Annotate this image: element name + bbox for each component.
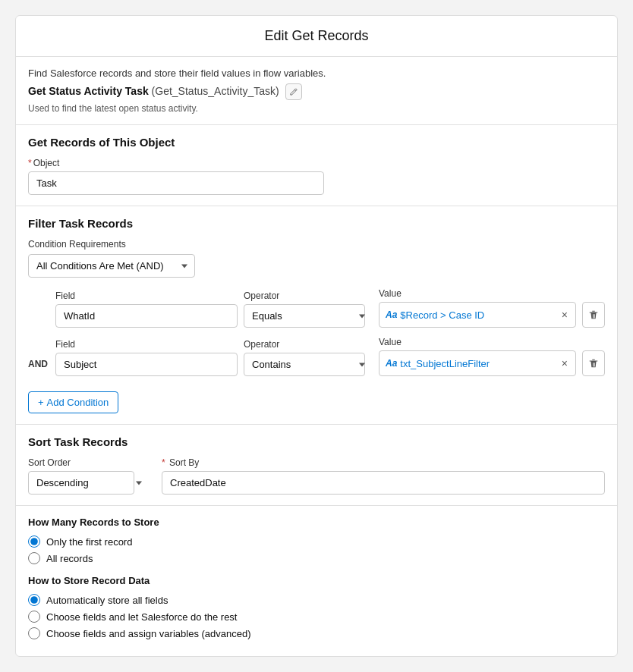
- value-close-1[interactable]: ×: [560, 309, 569, 321]
- sort-by-label: * Sort By: [162, 457, 605, 468]
- field-label-1: Field: [55, 290, 238, 301]
- value-type-icon-2: Aa: [386, 358, 397, 369]
- operator-select-wrapper-1: Equals: [244, 304, 373, 328]
- how-many-radio-1[interactable]: [28, 552, 40, 564]
- intro-subtitle: Used to find the latest open status acti…: [28, 103, 605, 114]
- how-store-radio-group: Automatically store all fields Choose fi…: [28, 594, 605, 639]
- add-condition-label: Add Condition: [47, 397, 109, 408]
- get-records-title: Get Records of This Object: [28, 136, 605, 149]
- how-many-label-0: Only the first record: [46, 536, 132, 548]
- how-store-radio-1[interactable]: [28, 611, 40, 623]
- how-many-option-1[interactable]: All records: [28, 552, 605, 564]
- delete-condition-1[interactable]: [582, 302, 605, 328]
- how-many-section: How Many Records to Store Only the first…: [16, 506, 617, 656]
- operator-label-text-2: Operator: [244, 339, 279, 350]
- operator-label-2: Operator: [244, 339, 373, 350]
- sort-by-label-text: Sort By: [169, 457, 199, 468]
- how-many-title: How Many Records to Store: [28, 517, 605, 528]
- object-input[interactable]: [28, 171, 324, 195]
- add-condition-button[interactable]: + Add Condition: [28, 391, 118, 413]
- operator-col-2: Operator Contains: [244, 339, 373, 376]
- value-input-wrapper-1[interactable]: Aa $Record > Case ID ×: [379, 302, 576, 328]
- value-label-text-2: Value: [379, 337, 402, 347]
- required-star: *: [28, 158, 32, 168]
- and-label-2: AND: [28, 359, 49, 376]
- value-input-wrapper-2[interactable]: Aa txt_SubjectLineFilter ×: [379, 350, 576, 376]
- pencil-icon: [289, 87, 298, 96]
- field-label-2: Field: [55, 339, 238, 350]
- value-label-1: Value: [379, 288, 576, 299]
- get-records-section: Get Records of This Object *Object: [16, 125, 617, 206]
- trash-icon-1: [588, 309, 599, 320]
- api-name-text: (Get_Status_Activity_Task): [152, 85, 279, 97]
- how-many-radio-group: Only the first record All records: [28, 535, 605, 564]
- how-store-title: How to Store Record Data: [28, 575, 605, 586]
- value-text-1: $Record > Case ID: [400, 309, 556, 321]
- field-label-text-2: Field: [55, 339, 75, 350]
- operator-select-1[interactable]: Equals: [244, 304, 365, 328]
- condition-req-label: Condition Requirements: [28, 239, 605, 250]
- record-api-name: (Get_Status_Activity_Task): [152, 85, 282, 97]
- value-label-2: Value: [379, 337, 576, 347]
- how-store-radio-0[interactable]: [28, 594, 40, 606]
- how-store-label-1: Choose fields and let Salesforce do the …: [46, 611, 237, 623]
- condition-req-select-wrapper: All Conditions Are Met (AND): [28, 254, 195, 278]
- sort-order-select-wrapper: Descending: [28, 471, 150, 495]
- condition-row-1: Field Operator Equals V: [28, 288, 605, 328]
- operator-label-text-1: Operator: [244, 290, 279, 301]
- value-col-1: Value Aa $Record > Case ID ×: [379, 288, 576, 328]
- object-field-label: *Object: [28, 158, 605, 168]
- condition-row-2: AND Field Operator Contains: [28, 337, 605, 376]
- sort-title: Sort Task Records: [28, 435, 605, 448]
- operator-label-1: Operator: [244, 290, 373, 301]
- how-store-radio-2[interactable]: [28, 627, 40, 639]
- sort-by-input[interactable]: [162, 471, 605, 495]
- condition-req-select[interactable]: All Conditions Are Met (AND): [28, 254, 195, 278]
- sort-by-required-star: *: [162, 457, 165, 468]
- add-condition-plus: +: [38, 397, 44, 408]
- value-label-text-1: Value: [379, 288, 402, 299]
- filter-section: Filter Task Records Condition Requiremen…: [16, 206, 617, 425]
- record-display-name: Get Status Activity Task: [28, 85, 149, 97]
- how-many-radio-0[interactable]: [28, 535, 40, 548]
- value-text-2: txt_SubjectLineFilter: [400, 358, 556, 369]
- sort-by-col: * Sort By: [162, 457, 605, 495]
- operator-select-wrapper-2: Contains: [244, 353, 373, 376]
- how-store-option-0[interactable]: Automatically store all fields: [28, 594, 605, 606]
- sort-row: Sort Order Descending * Sort By: [28, 457, 605, 495]
- value-type-icon-1: Aa: [386, 309, 397, 320]
- sort-order-label: Sort Order: [28, 457, 150, 468]
- how-store-option-1[interactable]: Choose fields and let Salesforce do the …: [28, 611, 605, 623]
- sort-order-col: Sort Order Descending: [28, 457, 150, 495]
- field-col-2: Field: [55, 339, 238, 376]
- value-close-2[interactable]: ×: [560, 357, 569, 369]
- how-store-option-2[interactable]: Choose fields and assign variables (adva…: [28, 627, 605, 639]
- field-label-text-1: Field: [55, 290, 75, 301]
- condition-rows: Field Operator Equals V: [28, 288, 605, 376]
- modal-title-text: Edit Get Records: [264, 28, 368, 43]
- how-many-label-1: All records: [46, 553, 93, 564]
- field-col-1: Field: [55, 290, 238, 328]
- filter-title: Filter Task Records: [28, 217, 605, 230]
- record-name-line: Get Status Activity Task (Get_Status_Act…: [28, 83, 605, 100]
- intro-section: Find Salesforce records and store their …: [16, 57, 617, 125]
- sort-order-select[interactable]: Descending: [28, 471, 134, 495]
- how-store-label-2: Choose fields and assign variables (adva…: [46, 628, 251, 639]
- sort-section: Sort Task Records Sort Order Descending …: [16, 425, 617, 506]
- field-input-1[interactable]: [55, 304, 238, 328]
- how-store-label-0: Automatically store all fields: [46, 595, 168, 606]
- how-many-option-0[interactable]: Only the first record: [28, 535, 605, 548]
- value-col-2: Value Aa txt_SubjectLineFilter ×: [379, 337, 576, 376]
- edit-get-records-modal: Edit Get Records Find Salesforce records…: [15, 15, 618, 657]
- intro-description: Find Salesforce records and store their …: [28, 68, 605, 79]
- and-label-1: [28, 321, 49, 328]
- trash-icon-2: [588, 358, 599, 369]
- operator-col-1: Operator Equals: [244, 290, 373, 328]
- edit-name-button[interactable]: [285, 83, 302, 100]
- field-input-2[interactable]: [55, 353, 238, 376]
- modal-title: Edit Get Records: [16, 16, 617, 57]
- operator-select-2[interactable]: Contains: [244, 353, 365, 376]
- object-label-text: Object: [33, 158, 60, 168]
- delete-condition-2[interactable]: [582, 350, 605, 376]
